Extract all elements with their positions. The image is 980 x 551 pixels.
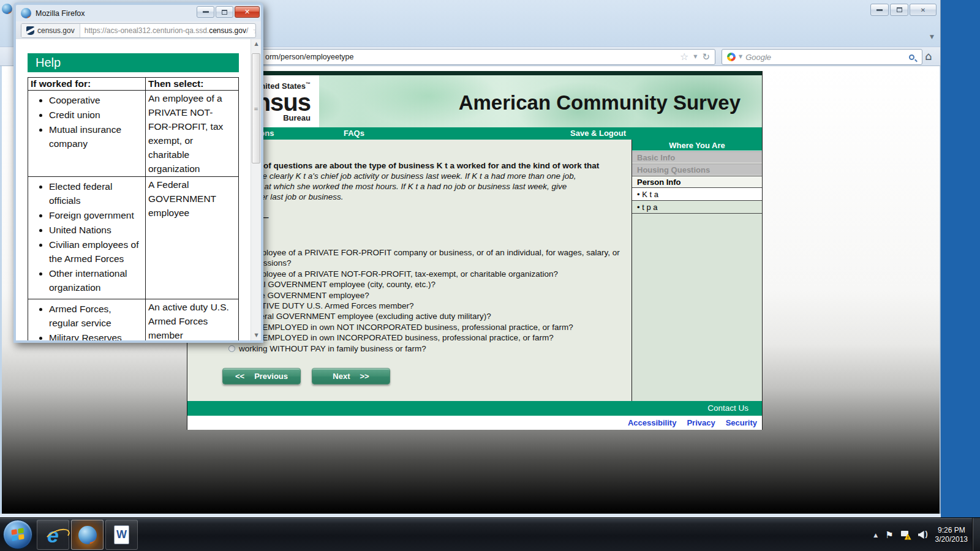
contact-us-bar: Contact Us	[187, 401, 762, 416]
help-title-bar: Help	[28, 53, 239, 72]
search-engine-dropdown-icon[interactable]: ▼	[739, 54, 742, 59]
popup-location-bar: census.gov https://acs-oneal312.centurio…	[16, 21, 261, 39]
popup-window-title: Mozilla Firefox	[36, 9, 85, 18]
scrollbar[interactable]: ▲ ≡ ▼	[251, 39, 261, 340]
url-dropdown-icon[interactable]: ▼	[693, 54, 697, 59]
next-label: Next	[333, 372, 350, 381]
minimize-button[interactable]	[870, 4, 889, 16]
sidebar-item-housing-questions: Housing Questions	[632, 163, 762, 176]
clock-date: 3/20/2013	[935, 535, 968, 544]
taskbar: e W ▲ ⚑ ! ) 9:26 PM 3/20/2013	[0, 517, 980, 551]
previous-label: Previous	[254, 372, 288, 381]
site-identity-icon	[26, 26, 34, 35]
scroll-up-icon[interactable]: ▲	[251, 39, 261, 49]
popup-minimize-button[interactable]	[197, 6, 214, 18]
popup-url-bar[interactable]: census.gov https://acs-oneal312.centurio…	[21, 23, 256, 38]
sidebar-item-tpa[interactable]: • t p a	[632, 201, 762, 214]
word-icon: W	[114, 525, 129, 544]
privacy-link[interactable]: Privacy	[687, 418, 715, 427]
option-local-government: a Local GOVERNMENT employee (city, count…	[228, 279, 620, 290]
search-box[interactable]: ▼ Google	[722, 49, 922, 65]
sidebar-item-basic-info: Basic Info	[632, 151, 762, 163]
url-text: orm/person/employeetype	[265, 53, 354, 61]
network-warning-icon[interactable]: !	[901, 531, 911, 539]
next-chevrons: >>	[360, 372, 369, 381]
popup-maximize-button[interactable]	[216, 6, 233, 18]
sidebar-item-kta[interactable]: • K t a	[632, 188, 762, 201]
maximize-icon	[222, 10, 227, 15]
acs-banner: United States™ Census Bureau American Co…	[187, 75, 762, 127]
help-table: If worked for: Then select: Cooperative …	[28, 77, 239, 340]
popup-url-text: https://acs-oneal312.centurion-qa.ssd.ce…	[80, 26, 249, 35]
bookmark-star-icon[interactable]: ☆	[680, 52, 688, 62]
internet-explorer-icon: e	[47, 525, 59, 545]
table-row: Armed Forces, regular service Military R…	[28, 299, 239, 341]
page-top-border	[187, 71, 762, 75]
option-self-employed-not-inc: SELF-EMPLOYED in own NOT INCORPORATED bu…	[228, 322, 620, 332]
previous-chevrons: <<	[235, 372, 244, 381]
nav-save-logout[interactable]: Save & Logout	[570, 127, 626, 140]
close-button[interactable]: ✕	[910, 4, 937, 16]
windows-flag-icon	[12, 528, 24, 541]
minimize-icon	[203, 11, 209, 13]
nav-faqs[interactable]: FAQs	[344, 127, 364, 140]
taskbar-word[interactable]: W	[105, 520, 138, 550]
where-you-are-panel: Where You Are Basic Info Housing Questio…	[631, 140, 762, 401]
search-icon[interactable]	[909, 54, 914, 60]
option-private-for-profit: an employee of a PRIVATE FOR-PROFIT comp…	[228, 247, 620, 269]
firefox-icon	[21, 8, 31, 18]
option-federal-government: a Federal GOVERNMENT employee (excluding…	[228, 311, 620, 321]
popup-titlebar[interactable]: Mozilla Firefox ✕	[16, 5, 261, 21]
site-identity-label: census.gov	[37, 26, 75, 35]
option-active-duty: an ACTIVE DUTY U.S. Armed Forces member?	[228, 301, 620, 311]
help-col2-header: Then select:	[146, 78, 239, 91]
action-center-flag-icon[interactable]: ⚑	[885, 530, 893, 541]
radio-without-pay[interactable]	[228, 345, 235, 352]
home-icon[interactable]: ⌂	[925, 50, 932, 62]
maximize-button[interactable]	[890, 4, 908, 16]
help-content: Help If worked for: Then select: Coopera…	[16, 39, 261, 340]
trademark-symbol: ™	[306, 81, 311, 87]
security-link[interactable]: Security	[726, 418, 757, 427]
taskbar-firefox-active[interactable]	[71, 520, 104, 550]
logo-bureau: Bureau	[283, 114, 311, 122]
reload-icon[interactable]: ↻	[702, 53, 710, 62]
page-title: American Community Survey	[459, 91, 741, 114]
volume-icon[interactable]: )	[918, 531, 928, 539]
show-hidden-icons-icon[interactable]: ▲	[873, 532, 878, 538]
google-logo-icon	[727, 53, 736, 61]
accessibility-link[interactable]: Accessibility	[628, 418, 677, 427]
minimize-icon	[876, 9, 883, 11]
next-button[interactable]: Next >>	[312, 368, 390, 384]
start-button[interactable]	[3, 520, 32, 549]
firefox-icon	[78, 526, 97, 544]
help-popup-window: Mozilla Firefox ✕ census.gov https://acs…	[13, 2, 263, 343]
close-icon: ✕	[921, 7, 925, 13]
show-desktop-button[interactable]	[972, 518, 980, 551]
desktop: ✕ ▼ orm/person/employeetype ☆ ▼ ↻ ▼ Goog…	[0, 0, 980, 551]
scrollbar-thumb[interactable]: ≡	[252, 53, 260, 163]
employee-type-options: an employee of a PRIVATE FOR-PROFIT comp…	[228, 247, 620, 354]
scroll-down-icon[interactable]: ▼	[251, 331, 261, 340]
contact-us-link[interactable]: Contact Us	[707, 403, 748, 413]
close-icon: ✕	[244, 8, 250, 16]
option-without-pay: working WITHOUT PAY in family business o…	[228, 343, 620, 354]
search-placeholder: Google	[745, 53, 906, 62]
site-identity-chip[interactable]: census.gov	[21, 24, 80, 37]
maximize-icon	[897, 7, 902, 12]
taskbar-internet-explorer[interactable]: e	[37, 520, 69, 550]
table-row: Cooperative Credit union Mutual insuranc…	[28, 91, 239, 177]
bookmark-star-icon[interactable]: ☆	[248, 25, 256, 36]
acs-page: United States™ Census Bureau American Co…	[187, 71, 763, 430]
system-tray: ▲ ⚑ ! ) 9:26 PM 3/20/2013	[873, 518, 968, 551]
firefox-icon	[2, 4, 12, 14]
sidebar-item-person-info: Person Info	[632, 176, 762, 188]
popup-close-button[interactable]: ✕	[235, 6, 260, 18]
option-state-government: a State GOVERNMENT employee?	[228, 290, 620, 301]
previous-button[interactable]: << Previous	[222, 368, 301, 384]
list-tabs-icon[interactable]: ▼	[930, 34, 934, 40]
option-self-employed-inc: SELF-EMPLOYED in own INCORPORATED busine…	[228, 332, 620, 343]
help-table-header-row: If worked for: Then select:	[28, 78, 239, 91]
table-row: Elected federal officials Foreign govern…	[28, 177, 239, 299]
taskbar-clock[interactable]: 9:26 PM 3/20/2013	[935, 526, 968, 544]
